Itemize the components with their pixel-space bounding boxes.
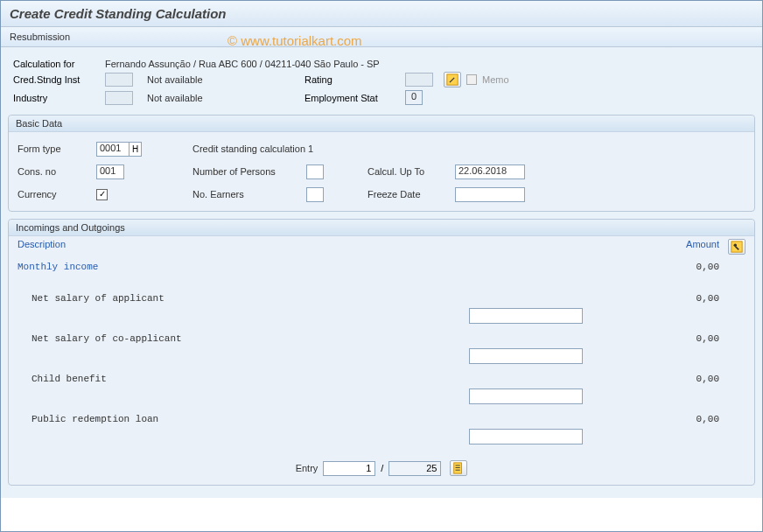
memo-checkbox xyxy=(466,74,477,85)
calc-upto-input[interactable]: 22.06.2018 xyxy=(455,164,525,179)
content-area: Calculation for Fernando Assunção / Rua … xyxy=(1,47,762,498)
persons-input[interactable] xyxy=(306,164,324,179)
io-value-input[interactable] xyxy=(469,348,583,364)
io-row-public-redemption: Public redemption loan 0,00 xyxy=(9,410,754,429)
cons-no-label: Cons. no xyxy=(18,166,96,177)
earners-label: No. Earners xyxy=(192,189,306,200)
io-amount: 0,00 xyxy=(646,414,724,424)
cred-inst-row: Cred.Stndg Inst Not available Rating Mem… xyxy=(13,72,750,88)
cred-inst-text: Not available xyxy=(147,74,304,85)
cons-no-input[interactable]: 001 xyxy=(96,164,124,179)
industry-text: Not available xyxy=(147,93,304,103)
io-row-monthly-income: Monthly income 0,00 xyxy=(9,257,754,276)
pager-total xyxy=(388,461,441,476)
svg-rect-5 xyxy=(456,466,460,466)
menu-bar: Resubmission xyxy=(1,27,762,47)
freeze-label: Freeze Date xyxy=(368,189,455,200)
industry-input[interactable] xyxy=(105,91,133,105)
io-value-input[interactable] xyxy=(469,429,583,444)
emp-stat-value: 0 xyxy=(405,90,423,105)
io-input-row xyxy=(9,429,754,450)
form-type-text: Credit standing calculation 1 xyxy=(192,144,313,154)
pager-sep: / xyxy=(381,463,383,473)
io-label: Net salary of applicant xyxy=(18,293,646,304)
memo-wrap: Memo xyxy=(466,74,509,85)
pencil-icon xyxy=(446,74,458,86)
currency-checkbox[interactable]: ✓ xyxy=(96,189,108,200)
pager-go-button[interactable] xyxy=(450,460,467,476)
currency-label: Currency xyxy=(18,189,96,200)
io-amount: 0,00 xyxy=(646,262,724,272)
incomings-title: Incomings and Outgoings xyxy=(9,220,754,236)
entry-pager: Entry / xyxy=(9,455,754,481)
io-amount: 0,00 xyxy=(646,333,724,344)
edit-rating-button[interactable] xyxy=(444,72,461,88)
basic-data-group: Basic Data Form type 0001 H Cons. no 001 xyxy=(8,115,755,212)
configure-columns-button[interactable] xyxy=(728,239,746,255)
io-label: Child benefit xyxy=(18,374,646,384)
pager-current-input[interactable] xyxy=(323,461,375,476)
menu-resubmission[interactable]: Resubmission xyxy=(10,32,70,42)
calc-for-label: Calculation for xyxy=(13,59,105,69)
io-value-input[interactable] xyxy=(469,308,583,324)
document-icon xyxy=(452,462,465,474)
basic-data-title: Basic Data xyxy=(9,116,754,132)
emp-stat-label: Employment Stat xyxy=(304,93,405,103)
io-input-row xyxy=(9,388,754,410)
rating-input[interactable] xyxy=(405,73,433,87)
calc-for-value: Fernando Assunção / Rua ABC 600 / 04211-… xyxy=(105,59,380,69)
rating-label: Rating xyxy=(304,74,405,85)
io-label: Public redemption loan xyxy=(18,414,646,424)
io-row-net-salary-applicant: Net salary of applicant 0,00 xyxy=(9,289,754,308)
calc-upto-label: Calcul. Up To xyxy=(368,166,455,177)
io-desc-header: Description xyxy=(18,239,646,255)
wrench-icon xyxy=(731,241,743,253)
io-value-input[interactable] xyxy=(469,388,583,404)
io-amount: 0,00 xyxy=(646,374,724,384)
page-title: Create Credit Standing Calculation xyxy=(10,6,753,21)
io-input-row xyxy=(9,308,754,329)
title-bar: Create Credit Standing Calculation xyxy=(1,1,762,27)
io-amount: 0,00 xyxy=(646,293,724,304)
memo-label: Memo xyxy=(482,74,509,85)
incomings-group: Incomings and Outgoings Description Amou… xyxy=(8,219,755,486)
freeze-input[interactable] xyxy=(455,187,525,202)
cred-inst-label: Cred.Stndg Inst xyxy=(13,74,105,85)
industry-row: Industry Not available Employment Stat 0 xyxy=(13,90,750,105)
io-row-net-salary-coapplicant: Net salary of co-applicant 0,00 xyxy=(9,329,754,348)
svg-rect-7 xyxy=(456,470,460,471)
persons-label: Number of Persons xyxy=(192,166,306,177)
form-type-input[interactable]: 0001 xyxy=(96,142,130,157)
svg-rect-6 xyxy=(456,467,460,468)
io-input-row xyxy=(9,348,754,369)
calc-for-row: Calculation for Fernando Assunção / Rua … xyxy=(13,59,750,69)
form-type-label: Form type xyxy=(18,144,96,154)
industry-label: Industry xyxy=(13,93,105,103)
io-header-row: Description Amount xyxy=(9,236,754,257)
earners-input[interactable] xyxy=(306,187,324,202)
io-row-child-benefit: Child benefit 0,00 xyxy=(9,369,754,388)
form-type-suffix[interactable]: H xyxy=(130,142,142,157)
io-amount-header: Amount xyxy=(646,239,724,255)
io-label: Net salary of co-applicant xyxy=(18,333,646,344)
cred-inst-input[interactable] xyxy=(105,73,133,87)
pager-label: Entry xyxy=(296,463,318,473)
io-label: Monthly income xyxy=(18,262,646,272)
header-section: Calculation for Fernando Assunção / Rua … xyxy=(8,52,755,111)
